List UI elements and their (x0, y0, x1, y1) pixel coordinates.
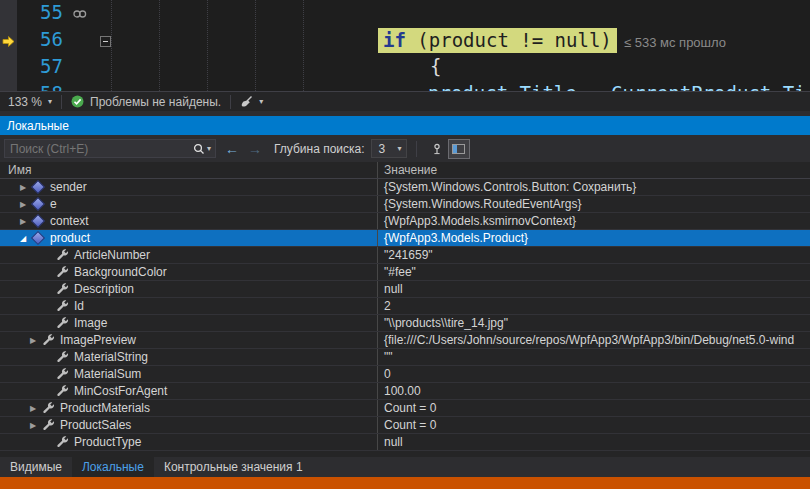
perf-tip[interactable]: ≤ 533 мс прошло (624, 35, 726, 50)
chevron-down-icon: ▾ (259, 97, 263, 106)
search-forward-button[interactable]: → (248, 141, 262, 157)
code-line-56[interactable]: 56 if (product != null) ≤ 533 мс прошло (0, 28, 810, 55)
variable-name: ProductSales (60, 418, 131, 432)
row-product[interactable]: ◢product {WpfApp3.Models.Product} (0, 230, 810, 247)
chevron-down-icon[interactable]: ▾ (205, 144, 215, 153)
tab-watch1[interactable]: Контрольные значения 1 (154, 457, 313, 477)
code-editor[interactable]: 55 56 if (product != null) ≤ 533 мс прош… (0, 0, 810, 91)
health-status-text: Проблемы не найдены. (90, 95, 221, 109)
link-icon (72, 6, 88, 22)
collapse-icon[interactable]: ◢ (16, 234, 30, 243)
row-materialstring[interactable]: MaterialString "" (0, 349, 810, 366)
locals-toolbar: ▾ ← → Глубина поиска: 3 ▾ (0, 135, 810, 162)
expand-icon[interactable]: ▶ (26, 336, 40, 345)
variable-value: null (378, 434, 810, 450)
tab-autos[interactable]: Видимые (0, 457, 72, 477)
collapse-region-toggle[interactable] (100, 36, 111, 47)
variable-value: null (378, 281, 810, 297)
row-context[interactable]: ▶context {WpfApp3.Models.ksmirnovContext… (0, 213, 810, 230)
variable-value: {WpfApp3.Models.ksmirnovContext} (378, 213, 810, 229)
code-text: product.Title = CurrentProduct.Ti (428, 82, 806, 91)
panel-title: Локальные (7, 119, 69, 133)
column-header-value[interactable]: Значение (378, 162, 810, 178)
property-wrench-icon (54, 436, 70, 449)
locals-grid: Имя Значение ▶sender {System.Windows.Con… (0, 162, 810, 457)
row-imagepreview[interactable]: ▶ImagePreview {file:///C:/Users/John/sou… (0, 332, 810, 349)
debug-status-bar (0, 477, 810, 489)
variable-name: e (50, 197, 57, 211)
health-indicator[interactable]: Проблемы не найдены. (71, 95, 221, 109)
property-wrench-icon (54, 385, 70, 398)
variable-name: sender (50, 180, 87, 194)
pin-values-button[interactable] (426, 139, 448, 159)
toggle-preview-button[interactable] (448, 139, 470, 159)
property-wrench-icon (54, 249, 70, 262)
editor-status-strip: 133 % ▾ Проблемы не найдены. ▾ (0, 91, 810, 111)
expand-icon[interactable]: ▶ (16, 217, 30, 226)
row-id[interactable]: Id 2 (0, 298, 810, 315)
row-productmaterials[interactable]: ▶ProductMaterials Count = 0 (0, 400, 810, 417)
vs-debugger-window: 55 56 if (product != null) ≤ 533 мс прош… (0, 0, 810, 489)
pin-icon (431, 143, 443, 155)
object-icon (30, 216, 46, 226)
property-wrench-icon (40, 334, 56, 347)
search-icon[interactable] (193, 143, 205, 155)
variable-value: Count = 0 (378, 417, 810, 433)
condition-code: (product != null) (406, 29, 612, 51)
row-materialsum[interactable]: MaterialSum 0 (0, 366, 810, 383)
column-header-name[interactable]: Имя (0, 162, 378, 178)
row-sender[interactable]: ▶sender {System.Windows.Controls.Button:… (0, 179, 810, 196)
search-box[interactable]: ▾ (4, 139, 216, 158)
variable-name: ImagePreview (60, 333, 136, 347)
row-image[interactable]: Image "\\products\\tire_14.jpg" (0, 315, 810, 332)
variable-name: product (50, 231, 90, 245)
search-back-button[interactable]: ← (225, 141, 239, 157)
search-depth-select[interactable]: 3 ▾ (371, 139, 407, 158)
row-description[interactable]: Description null (0, 281, 810, 298)
variable-value: {System.Windows.Controls.Button: Сохрани… (378, 179, 810, 195)
variable-name: context (50, 214, 89, 228)
row-producttype[interactable]: ProductType null (0, 434, 810, 451)
code-line-58[interactable]: 58 product.Title = CurrentProduct.Ti (0, 82, 810, 91)
line-number: 58 (17, 82, 63, 91)
expand-icon[interactable]: ▶ (26, 404, 40, 413)
variable-value: "#fee" (378, 264, 810, 280)
property-wrench-icon (54, 351, 70, 364)
property-wrench-icon (54, 368, 70, 381)
zoom-control[interactable]: 133 % ▾ (0, 95, 52, 109)
variable-value: 0 (378, 366, 810, 382)
row-productsales[interactable]: ▶ProductSales Count = 0 (0, 417, 810, 434)
variable-value: {System.Windows.RoutedEventArgs} (378, 196, 810, 212)
search-input[interactable] (5, 142, 193, 156)
row-articlenumber[interactable]: ArticleNumber "241659" (0, 247, 810, 264)
expand-icon[interactable]: ▶ (26, 421, 40, 430)
code-text: { (430, 55, 441, 77)
locals-panel-titlebar[interactable]: Локальные (0, 116, 810, 135)
variable-name: ProductMaterials (60, 401, 150, 415)
tab-locals[interactable]: Локальные (72, 457, 154, 477)
variable-name: ArticleNumber (74, 248, 150, 262)
chevron-down-icon: ▾ (48, 97, 52, 106)
expand-icon[interactable]: ▶ (16, 183, 30, 192)
variable-value: "" (378, 349, 810, 365)
divider (230, 95, 231, 109)
code-cleanup-control[interactable]: ▾ (240, 95, 263, 108)
current-statement-highlight[interactable]: if (product != null) (378, 28, 617, 53)
row-mincostforagent[interactable]: MinCostForAgent 100.00 (0, 383, 810, 400)
divider (416, 141, 417, 157)
divider (61, 95, 62, 109)
grid-header[interactable]: Имя Значение (0, 162, 810, 179)
row-backgroundcolor[interactable]: BackgroundColor "#fee" (0, 264, 810, 281)
row-e[interactable]: ▶e {System.Windows.RoutedEventArgs} (0, 196, 810, 213)
variable-name: MinCostForAgent (74, 384, 167, 398)
variable-value: "241659" (378, 247, 810, 263)
variable-value: 2 (378, 298, 810, 314)
code-line-57[interactable]: 57 { (0, 55, 810, 82)
expand-icon[interactable]: ▶ (16, 200, 30, 209)
code-line-55[interactable]: 55 (0, 1, 810, 28)
variable-name: BackgroundColor (74, 265, 167, 279)
zoom-level: 133 % (8, 95, 42, 109)
object-icon (30, 182, 46, 192)
variable-name: MaterialSum (74, 367, 141, 381)
object-icon (30, 233, 46, 243)
